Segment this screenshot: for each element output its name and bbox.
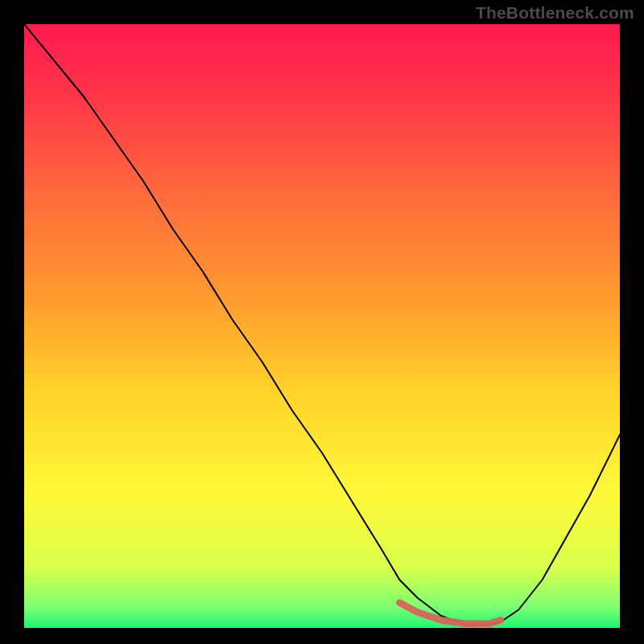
plot-svg <box>24 24 620 628</box>
gradient-background <box>24 24 620 628</box>
plot-area <box>24 24 620 628</box>
chart-frame: TheBottleneck.com <box>0 0 644 644</box>
watermark-text: TheBottleneck.com <box>476 3 634 23</box>
